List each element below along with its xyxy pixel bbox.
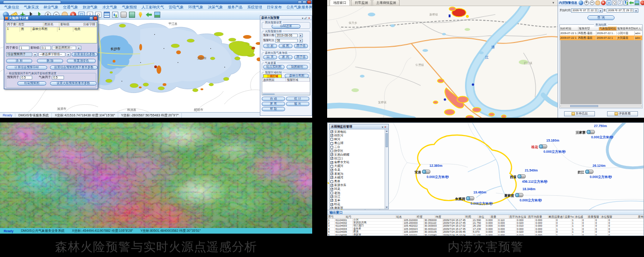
image-icon[interactable]	[635, 0, 639, 5]
menu-item[interactable]: 人工影响天气	[139, 5, 166, 10]
fire-factor-dialog[interactable]: 火险因子计算 因子索引类型图层名影响值分析字段 1面森林分布图1地类 因子索引 …	[4, 15, 98, 89]
identify-icon[interactable]	[612, 0, 617, 5]
layer-checkbox[interactable]	[330, 150, 333, 152]
display-params-button[interactable]: 设置火险预警图显示参数	[50, 81, 97, 86]
analysis-button[interactable]: 因子值	[294, 44, 308, 48]
layer-checkbox[interactable]	[330, 142, 333, 145]
delete-button[interactable]: 删 除	[37, 59, 63, 63]
panel-header[interactable]: 森林火险预警 ▾ ☍ ✕	[260, 16, 312, 20]
warn-time-select[interactable]: 08	[275, 39, 298, 43]
warn-factor-select[interactable]: 综合预警因子	[6, 52, 32, 57]
panel-action-button[interactable]: 输 出	[286, 102, 309, 106]
doc-page-icon[interactable]	[618, 0, 623, 5]
menu-item[interactable]: 公共气象服务网	[284, 5, 312, 10]
analysis-button[interactable]: 成 图	[279, 44, 293, 48]
gauge-station[interactable]: 桂花 15.160m 0.000立方米/秒	[539, 144, 547, 149]
panel-action-button[interactable]: 帮 助	[262, 107, 285, 111]
set-gradient-button[interactable]: 设置渐变色参数	[72, 52, 98, 57]
grade-button[interactable]: 白 天	[263, 55, 277, 59]
calc-grid-button[interactable]: 计算综合预警Grid	[6, 65, 47, 70]
image-icon[interactable]	[154, 12, 160, 18]
scroll-thumb[interactable]	[386, 133, 388, 147]
layer-checkbox[interactable]	[330, 153, 333, 156]
gauge-cylinder-icon[interactable]	[515, 193, 523, 197]
column-header[interactable]: 面平均雨量	[528, 215, 548, 218]
column-header[interactable]: 水位预警	[601, 215, 637, 218]
warn-date-select[interactable]: 2019-08-06	[275, 34, 298, 37]
warn-time-arrow[interactable]: ▼	[299, 39, 303, 43]
column-header[interactable]: 气象预报时间	[599, 27, 617, 30]
gauge-cylinder-icon[interactable]	[587, 130, 595, 134]
gauge-station[interactable]: 唐家渡 18.348m 0.000立方米/秒	[515, 193, 523, 197]
back-icon[interactable]	[629, 0, 634, 5]
scroll-up-icon[interactable]: ▲	[386, 130, 388, 132]
maximize-button[interactable]	[302, 0, 307, 4]
menu-item[interactable]: 气象预报	[120, 5, 139, 10]
zoom-out-icon[interactable]	[590, 0, 594, 5]
layer-checkbox[interactable]	[330, 165, 333, 168]
start-date-arrow[interactable]: ▼	[599, 8, 603, 13]
result-row[interactable]: 2009-07-22 1风险图-暴雨2009-07-22 1大到暴雨adm	[560, 36, 642, 40]
zoom-in-icon[interactable]	[584, 0, 589, 5]
end-date-arrow[interactable]: ▼	[634, 8, 638, 13]
start-date-input[interactable]: 2009 年 07 月 22 日	[571, 8, 598, 13]
tab-daily-monitor[interactable]: 日常监测	[351, 0, 372, 6]
layer-checkbox[interactable]	[330, 157, 333, 160]
layer-checkbox[interactable]	[330, 195, 333, 198]
end-date-input[interactable]: 2009 年 07 月 29 日	[607, 8, 634, 13]
weather-button[interactable]: 站点实时图	[263, 65, 285, 69]
hydrology-map[interactable]: 安居 12.360m 0.000立方米/秒 西眉 21.549m 456.112…	[328, 123, 644, 210]
layer-select[interactable]: --请选择图层--	[52, 46, 76, 50]
grade-button[interactable]: 因子值	[294, 55, 308, 59]
layer-item[interactable]: 唐家渡	[330, 207, 385, 209]
gauge-cylinder-icon[interactable]	[517, 174, 526, 178]
add-button[interactable]: 添 加	[6, 59, 32, 63]
menu-item[interactable]: 交通气象	[61, 5, 80, 10]
detail-view-button[interactable]: 详情查看	[607, 111, 638, 116]
grid-run-button[interactable]: Grid运算	[272, 24, 301, 29]
layer-checkbox[interactable]	[330, 130, 333, 133]
layer-checkbox[interactable]	[330, 172, 333, 175]
gauge-station[interactable]: 鱼溅洞 19.480m 0.006立方米/秒	[466, 196, 474, 200]
layer-checkbox[interactable]	[330, 180, 333, 183]
menu-item[interactable]: 水文气象	[100, 5, 120, 10]
column-header[interactable]: 断面流量速率	[548, 215, 564, 218]
warning-area-list[interactable]: 选择图层预警区域	[262, 78, 310, 95]
menu-item[interactable]: 林业气象	[41, 5, 61, 10]
menu-item[interactable]: 决策气象	[206, 5, 225, 10]
warn-factor-input[interactable]: 0.5	[20, 76, 32, 79]
layer-checkbox[interactable]	[330, 192, 333, 194]
column-header[interactable]: 预警雨量类型	[617, 27, 633, 30]
chart-icon[interactable]	[112, 12, 118, 18]
pan-hand-icon[interactable]	[595, 0, 600, 5]
column-header[interactable]: 纬度	[435, 215, 465, 218]
layer-checkbox[interactable]	[330, 169, 333, 171]
impact-input[interactable]: 0.1	[41, 46, 51, 50]
tab-map-window[interactable]: 地图窗口	[329, 0, 350, 6]
result-row[interactable]: 2009-07-22 1...风险图-暴雨...2009-07-22 1...小…	[560, 31, 642, 36]
horizontal-scrollbar[interactable]	[560, 105, 642, 107]
column-header[interactable]: 水位超	[574, 215, 587, 218]
scroll-down-icon[interactable]: ▼	[386, 206, 388, 208]
menu-item[interactable]: 环境气象	[186, 5, 206, 10]
column-header[interactable]: 序号	[328, 215, 345, 218]
layer-checkbox[interactable]	[330, 146, 333, 149]
tab-overflow-caret-icon[interactable]: ▼	[552, 1, 555, 4]
waterlogging-map[interactable]: 保升乡新桥镇仁里镇复桥镇拦江镇涪江	[327, 6, 558, 118]
minimize-button[interactable]	[298, 0, 302, 4]
file-info-button[interactable]: 文件信息	[564, 111, 595, 116]
menu-item[interactable]: 旅游气象	[80, 5, 100, 10]
analysis-button[interactable]: 分 析	[263, 44, 277, 48]
factor-index-input[interactable]: 1	[19, 46, 29, 50]
weather-factor-input[interactable]: 0.5	[52, 76, 64, 79]
back-icon[interactable]	[146, 12, 152, 18]
draw-warning-map-button[interactable]: 绘制预警图	[17, 81, 46, 86]
gauge-cylinder-icon[interactable]	[585, 170, 594, 174]
layer-checkbox[interactable]	[330, 161, 333, 164]
minus-icon[interactable]	[640, 0, 644, 5]
layers-icon[interactable]	[104, 12, 110, 18]
close-icon[interactable]: ✕	[308, 16, 311, 20]
gauge-cylinder-icon[interactable]	[539, 144, 547, 149]
column-header[interactable]: 面平均水位深	[509, 215, 528, 218]
restore-gradient-button[interactable]: 恢复渐变色	[67, 59, 96, 63]
